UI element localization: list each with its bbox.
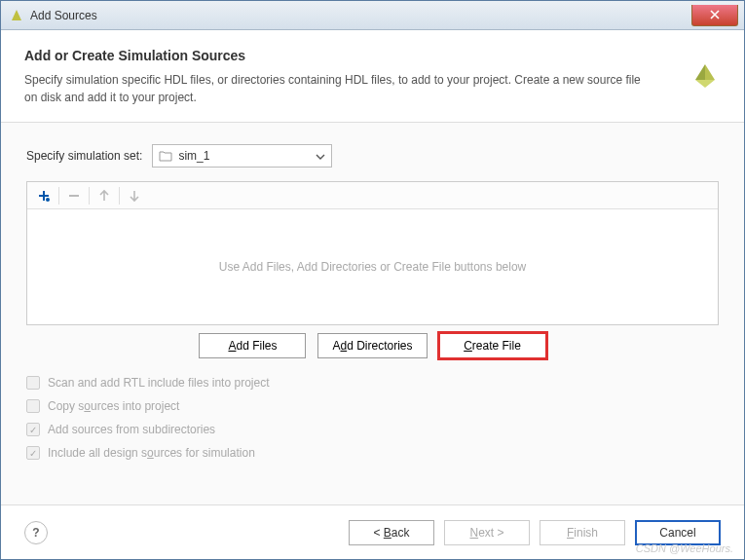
- titlebar: Add Sources: [1, 1, 744, 30]
- create-file-button[interactable]: Create File: [439, 333, 546, 358]
- chevron-down-icon: [316, 149, 325, 163]
- window-title: Add Sources: [30, 9, 691, 22]
- dialog-window: Add Sources Add or Create Simulation Sou…: [0, 0, 745, 560]
- checkbox[interactable]: ✓: [26, 423, 40, 436]
- separator: [89, 187, 90, 205]
- separator: [58, 187, 59, 205]
- back-button[interactable]: < Back: [349, 520, 434, 545]
- checkbox-label: Scan and add RTL include files into proj…: [48, 376, 269, 390]
- file-list-empty: Use Add Files, Add Directories or Create…: [27, 209, 718, 324]
- check-include-design: ✓ Include all design sources for simulat…: [26, 446, 719, 460]
- next-button: Next >: [444, 520, 530, 545]
- add-files-button[interactable]: Add Files: [199, 333, 306, 358]
- svg-point-0: [46, 198, 50, 202]
- check-copy-sources: Copy sources into project: [26, 399, 719, 413]
- checkbox-label: Include all design sources for simulatio…: [48, 446, 255, 460]
- remove-button[interactable]: [63, 185, 85, 206]
- move-up-button[interactable]: [93, 185, 115, 206]
- checkbox[interactable]: [26, 399, 40, 413]
- help-button[interactable]: ?: [24, 521, 48, 544]
- sim-set-combobox[interactable]: sim_1: [152, 144, 332, 168]
- checkbox-label: Add sources from subdirectories: [48, 423, 215, 436]
- file-area: Use Add Files, Add Directories or Create…: [26, 181, 719, 325]
- app-icon: [9, 8, 24, 23]
- checkbox[interactable]: [26, 376, 40, 390]
- separator: [119, 187, 120, 205]
- dialog-header: Add or Create Simulation Sources Specify…: [1, 30, 744, 123]
- file-toolbar: [27, 182, 718, 209]
- add-directories-button[interactable]: Add Directories: [317, 333, 427, 358]
- add-button[interactable]: [33, 185, 55, 206]
- sim-set-value: sim_1: [178, 149, 316, 163]
- folder-icon: [159, 150, 172, 162]
- page-title: Add or Create Simulation Sources: [24, 48, 721, 63]
- sim-set-row: Specify simulation set: sim_1: [26, 144, 719, 168]
- dialog-content: Specify simulation set: sim_1: [1, 123, 744, 504]
- check-add-subdirs: ✓ Add sources from subdirectories: [26, 423, 719, 436]
- action-button-row: Add Files Add Directories Create File: [26, 333, 719, 358]
- check-scan-rtl: Scan and add RTL include files into proj…: [26, 376, 719, 390]
- finish-button: Finish: [540, 520, 625, 545]
- page-description: Specify simulation specific HDL files, o…: [24, 71, 648, 106]
- dialog-footer: ? < Back Next > Finish Cancel: [1, 504, 744, 559]
- checkbox[interactable]: ✓: [26, 446, 40, 460]
- move-down-button[interactable]: [124, 185, 145, 206]
- sim-set-label: Specify simulation set:: [26, 149, 142, 163]
- close-button[interactable]: [691, 5, 738, 26]
- vivado-logo-icon: [689, 60, 721, 92]
- checkbox-label: Copy sources into project: [48, 399, 179, 413]
- cancel-button[interactable]: Cancel: [635, 520, 721, 545]
